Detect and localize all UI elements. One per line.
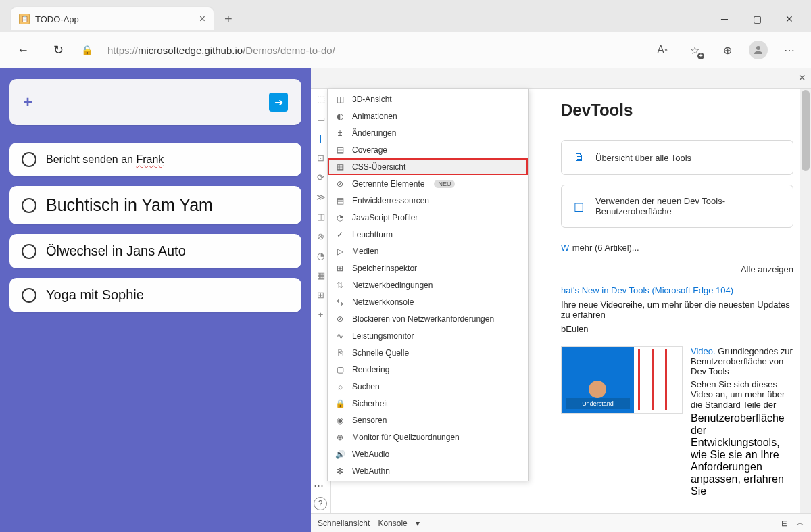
- collections-icon[interactable]: ⊕: [716, 39, 738, 61]
- tool-icon[interactable]: ⟳: [317, 172, 324, 183]
- menu-label: Coverage: [352, 145, 387, 155]
- tool-icon[interactable]: ◫: [317, 212, 325, 222]
- tool-icon[interactable]: ⊞: [317, 290, 324, 300]
- todo-checkbox[interactable]: [22, 244, 36, 259]
- video-article[interactable]: Understand Video. Grundlegendes zur Benu…: [561, 346, 793, 498]
- todo-item[interactable]: Buchtisch in Yam Yam: [9, 186, 301, 224]
- more-icon[interactable]: ⋯: [314, 479, 327, 491]
- todo-item[interactable]: Bericht senden an Frank: [9, 143, 301, 176]
- menu-item-entwicklerressourcen[interactable]: ▤Entwicklerressourcen: [328, 192, 528, 209]
- video-thumbnail[interactable]: Understand: [561, 346, 683, 414]
- face-icon: [589, 381, 606, 398]
- todo-checkbox[interactable]: [22, 288, 36, 303]
- todo-checkbox[interactable]: [22, 152, 36, 167]
- favorite-icon[interactable]: ☆: [684, 39, 706, 61]
- menu-item-leistungsmonitor[interactable]: ∿Leistungsmonitor: [328, 327, 528, 344]
- menu-item-rendering[interactable]: ▢Rendering: [328, 361, 528, 378]
- todo-text: Yoga mit Sophie: [46, 287, 144, 303]
- menu-icon: ▢: [335, 364, 345, 375]
- video-tag: Video.: [691, 346, 718, 356]
- menu-item-netzwerkkonsole[interactable]: ⇆Netzwerkkonsole: [328, 293, 528, 310]
- menu-item-webauthn[interactable]: ✻WebAuthn: [328, 462, 528, 479]
- menu-item-netzwerkbedingungen[interactable]: ⇅Netzwerkbedingungen: [328, 276, 528, 293]
- browser-chrome: 📋 TODO-App × + ─ ▢ ✕ ← ↻ 🔒 https://micro…: [0, 0, 811, 68]
- overview-card[interactable]: 🗎 Übersicht über alle Tools: [561, 140, 793, 175]
- device-icon[interactable]: ▭: [317, 114, 325, 124]
- close-window-button[interactable]: ✕: [773, 7, 806, 31]
- menu-item-medien[interactable]: ▷Medien: [328, 243, 528, 260]
- scrollbar-thumb[interactable]: [802, 90, 810, 171]
- address-bar: ← ↻ 🔒 https://microsoftedge.github.io/De…: [0, 32, 811, 68]
- dropdown-icon[interactable]: ▾: [416, 518, 420, 528]
- menu-item-speicherinspektor[interactable]: ⊞Speicherinspektor: [328, 260, 528, 276]
- devtools-close-icon[interactable]: ×: [798, 71, 806, 85]
- minimize-button[interactable]: ─: [708, 7, 741, 31]
- quick-links: 🗎 Übersicht über alle Tools: [561, 140, 793, 175]
- add-todo-bar[interactable]: + ➜: [9, 79, 301, 125]
- lock-icon[interactable]: 🔒: [81, 45, 93, 55]
- profile-avatar[interactable]: [749, 41, 768, 59]
- more-link-row: W mehr (6 Artikel)...: [561, 241, 793, 253]
- menu-label: 3D-Ansicht: [352, 95, 392, 104]
- tool-icon[interactable]: ≫: [316, 192, 326, 202]
- video-sub: Sehen Sie sich dieses Video an, um mehr …: [691, 379, 793, 410]
- menu-item-schnelle-quelle[interactable]: ⎘Schnelle Quelle: [328, 344, 528, 361]
- menu-item--nderungen[interactable]: ±Änderungen: [328, 124, 528, 141]
- scrollbar[interactable]: [800, 89, 811, 513]
- dock-icon[interactable]: ⊟: [781, 518, 788, 528]
- menu-label: Getrennte Elemente: [352, 179, 424, 189]
- expand-drawer-icon[interactable]: ︿: [796, 517, 804, 529]
- menu-icon: ▤: [335, 145, 345, 155]
- help-icon[interactable]: ?: [314, 497, 327, 510]
- menu-item-webaudio[interactable]: 🔊WebAudio: [328, 445, 528, 462]
- menu-item-3d-ansicht[interactable]: ◫3D-Ansicht: [328, 91, 528, 107]
- menu-item-sensoren[interactable]: ◉Sensoren: [328, 412, 528, 429]
- todo-checkbox[interactable]: [22, 198, 36, 213]
- quickview-label[interactable]: Schnellansicht: [318, 518, 370, 528]
- menu-item-monitor-f-r-quellzuordnungen[interactable]: ⊕Monitor für Quellzuordnungen: [328, 429, 528, 445]
- menu-item-blockieren-von-netzwerkanforderungen[interactable]: ⊘Blockieren von Netzwerkanforderungen: [328, 310, 528, 327]
- link-fragment[interactable]: W: [561, 243, 569, 253]
- menu-item-coverage[interactable]: ▤Coverage: [328, 141, 528, 158]
- menu-item-sicherheit[interactable]: 🔒Sicherheit: [328, 395, 528, 412]
- refresh-button[interactable]: ↻: [46, 38, 70, 62]
- new-ui-card[interactable]: ◫ Verwenden der neuen Dev Tools-Benutzer…: [561, 185, 793, 228]
- todo-item[interactable]: Yoga mit Sophie: [9, 278, 301, 312]
- menu-icon: ✻: [335, 466, 345, 477]
- tab-close-icon[interactable]: ×: [199, 13, 205, 25]
- browser-tab[interactable]: 📋 TODO-App ×: [11, 7, 214, 30]
- menu-label: Schnelle Quelle: [352, 348, 409, 358]
- menu-label: JavaScript Profiler: [352, 213, 418, 222]
- article-whats-new[interactable]: hat's New in Dev Tools (Microsoft Edge 1…: [561, 285, 793, 334]
- menu-item-getrennte-elemente[interactable]: ⊘Getrennte ElementeNEU: [328, 175, 528, 192]
- add-panel-icon[interactable]: +: [318, 310, 324, 320]
- menu-item-leuchtturm[interactable]: ✓Leuchtturm: [328, 226, 528, 243]
- maximize-button[interactable]: ▢: [741, 7, 773, 31]
- menu-item-animationen[interactable]: ◐Animationen: [328, 107, 528, 124]
- tool-icon[interactable]: ▦: [317, 270, 325, 281]
- tool-icon[interactable]: ⊗: [317, 231, 324, 241]
- menu-icon: ⊘: [335, 314, 345, 324]
- more-link[interactable]: mehr (6 Artikel)...: [572, 243, 639, 253]
- submit-todo-button[interactable]: ➜: [269, 93, 288, 112]
- back-button[interactable]: ←: [11, 38, 35, 62]
- add-todo-plus-icon[interactable]: +: [23, 93, 32, 112]
- menu-icon: ⌕: [335, 381, 345, 392]
- read-aloud-icon[interactable]: A»: [652, 39, 673, 61]
- new-tab-button[interactable]: +: [219, 11, 238, 27]
- show-all-link[interactable]: Alle anzeigen: [561, 264, 793, 274]
- menu-item-css-bersicht[interactable]: ▦CSS-Übersicht: [328, 158, 528, 175]
- tool-icon[interactable]: ⊡: [317, 153, 324, 163]
- url-input[interactable]: https://microsoftedge.github.io/Demos/de…: [103, 41, 641, 60]
- tool-icon[interactable]: ◔: [317, 251, 324, 261]
- menu-label: Rendering: [352, 365, 389, 374]
- inspect-icon[interactable]: ⬚: [317, 94, 325, 104]
- video-text: Video. Grundlegendes zur Benutzeroberflä…: [691, 346, 793, 498]
- console-tab[interactable]: Konsole: [378, 518, 407, 528]
- devtools-drawer: Schnellansicht Konsole ▾ ⊟ ︿: [311, 513, 811, 532]
- todo-item[interactable]: Ölwechsel in Jans Auto: [9, 234, 301, 268]
- window-controls: ─ ▢ ✕: [708, 7, 806, 31]
- menu-item-javascript-profiler[interactable]: ◔JavaScript Profiler: [328, 209, 528, 226]
- more-options-icon[interactable]: ⋯: [779, 39, 800, 61]
- menu-item-suchen[interactable]: ⌕Suchen: [328, 378, 528, 395]
